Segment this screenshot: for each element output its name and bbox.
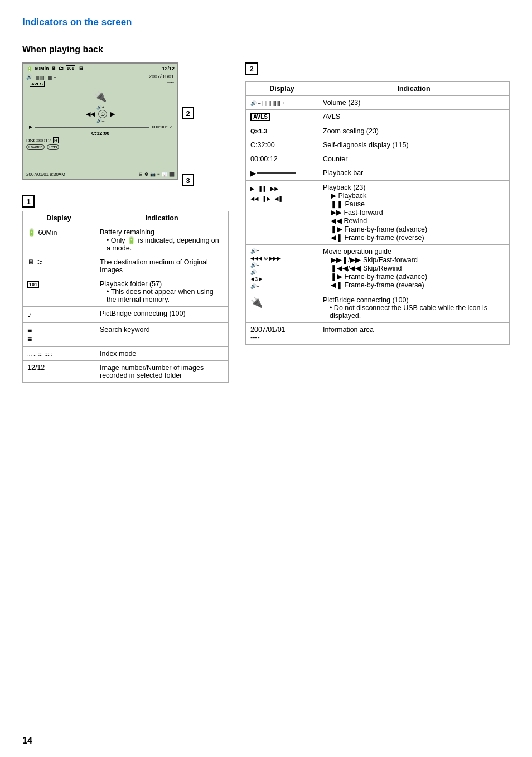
table2-row2-display: AVLS <box>246 110 318 124</box>
bar-visual <box>257 172 296 174</box>
search-sym: ≡≡ <box>27 326 32 344</box>
table2-row8-display: 🔊+ ◀◀◀ ⊙ ▶▶▶ 🔊– 🔊+ ◀⊙▶ 🔊– <box>246 245 318 293</box>
badge-2-overlay: 2 <box>182 107 194 123</box>
page-title: Indicators on the screen <box>22 17 510 28</box>
table2-row4-indication: Self-diagnosis display (115) <box>318 138 510 152</box>
right-column: 2 Display Indication 🔊 – |||||||||||||| … <box>245 62 510 345</box>
table-row: Q×1.3 Zoom scaling (23) <box>246 124 510 138</box>
playback-sub-3: ▶▶ Fast-forward <box>331 208 505 216</box>
table-row: 12/12 Image number/Number of images reco… <box>23 361 229 383</box>
playback-sym: ▶ ❚❚ ▶▶◀◀ ❚▶ ◀❚ <box>250 184 313 204</box>
table1-row7-display: 12/12 <box>23 361 95 383</box>
cam-top-bar: 🔋 60Min 🖥 🗂 101 ⊞ 12/12 <box>23 64 177 73</box>
table1-header-display: Display <box>23 211 95 225</box>
table1-row4-display: ♪ <box>23 307 95 323</box>
table-row: ▶ Playback bar <box>246 166 510 181</box>
num-badge-1: 1 <box>22 195 35 208</box>
table1-row3-display: 101 <box>23 277 95 307</box>
info-date-sym: 2007/01/01 <box>250 326 313 334</box>
table2-row3-indication: Zoom scaling (23) <box>318 124 510 138</box>
table2-row9-display: 🔌 <box>246 293 318 322</box>
playback-sub-4: ◀◀ Rewind <box>331 216 505 225</box>
vol-bar-sym: – |||||||||||||| + <box>32 75 56 80</box>
badge-3-overlay: 3 <box>182 174 194 190</box>
cam-icon-2: ⚙ <box>144 172 148 177</box>
table-row: ▶ ❚❚ ▶▶◀◀ ❚▶ ◀❚ Playback (23) ▶ Playback… <box>246 181 510 245</box>
cam-image-count: 12/12 <box>162 66 175 71</box>
table2-row5-display: 00:00:12 <box>246 152 318 166</box>
table1-row3-indication: Playback folder (57) This does not appea… <box>95 277 229 307</box>
cam-bottom-icons: ⊞ ⚙ 📷 ≡ 📊 ⬛ <box>139 172 175 177</box>
left-column: 🔋 60Min 🖥 🗂 101 ⊞ 12/12 2007/01/01 ---- … <box>22 62 229 383</box>
cam-top-left: 🔋 60Min 🖥 🗂 101 ⊞ <box>26 65 83 71</box>
cam-icon-1: ⊞ <box>139 172 143 177</box>
table-row: ≡≡ Search keyword <box>23 323 229 347</box>
cam-controls-row: ◀◀ ⊙ ▶ <box>86 110 115 118</box>
table1-header-indication: Indication <box>95 211 229 225</box>
num-badge-3-overlay: 3 <box>182 174 194 186</box>
zoom-sym: Q×1.3 <box>250 128 267 134</box>
table1-row2-indication: The destination medium of Original Image… <box>95 255 229 277</box>
table2-row3-display: Q×1.3 <box>246 124 318 138</box>
cam-nav-icon: ⊙ <box>98 110 107 118</box>
table-row: 🔌 PictBridge connecting (100) Do not dis… <box>246 293 510 322</box>
table2-header-indication: Indication <box>318 82 510 96</box>
battery-icon: 🔋 <box>26 66 32 71</box>
table-row: ♪ PictBridge connecting (100) <box>23 307 229 323</box>
table2-row1-indication: Volume (23) <box>318 96 510 110</box>
movie-guide-sym: 🔊+ ◀◀◀ ⊙ ▶▶▶ 🔊– 🔊+ ◀⊙▶ 🔊– <box>250 248 313 290</box>
table-row: 🔊+ ◀◀◀ ⊙ ▶▶▶ 🔊– 🔊+ ◀⊙▶ 🔊– Movie operatio… <box>246 245 510 293</box>
cam-vol-down: 🔊– <box>96 118 104 123</box>
info-dash-sym: ---- <box>250 334 313 341</box>
table1-row4-indication: PictBridge connecting (100) <box>95 307 229 323</box>
cam-icon-3: 📷 <box>150 172 156 177</box>
table2-row10-display: 2007/01/01 ---- <box>246 322 318 344</box>
cam-filename-row: DSC00012 H <box>26 137 175 143</box>
playback-bar-sym: ▶ <box>250 169 313 177</box>
section-heading: When playing back <box>22 45 510 55</box>
cam-tags-row: Favorite Pets <box>26 144 175 150</box>
table1-row1-indication: Battery remaining Only 🔋 is indicated, d… <box>95 225 229 255</box>
playback-sub-2: ❚❚ Pause <box>331 200 505 208</box>
cam-bottom-datetime: 2007/01/01 9:30AM <box>26 172 65 177</box>
cam-date3: ---- <box>149 85 174 90</box>
cam-date2: ---- <box>149 79 174 85</box>
cam-filename: DSC00012 <box>26 138 51 143</box>
table2-row6-display: ▶ <box>246 166 318 181</box>
image-count-sym: 12/12 <box>27 364 45 372</box>
table1-row7-indication: Image number/Number of images recorded i… <box>95 361 229 383</box>
pictbridge-sym: ♪ <box>27 310 32 319</box>
cam-screen-icon: 🖥 <box>51 66 56 71</box>
cam-icon-4: ≡ <box>157 172 160 177</box>
index-sym: ... .. ::: ::::: <box>27 351 52 357</box>
cam-bottom-date: 2007/01/01 <box>26 172 49 177</box>
table-row: 🔊 – |||||||||||||| + Volume (23) <box>246 96 510 110</box>
cam-grid-icons: ⊞ <box>79 66 83 71</box>
speaker-icon: 🔊 <box>26 74 32 80</box>
cam-bottom-time: 9:30AM <box>50 172 65 177</box>
cam-counter: 000:00:12 <box>152 124 172 129</box>
movie-sub-2: ❚◀◀/◀◀ Skip/Rewind <box>331 264 505 272</box>
cam-duration: 60Min <box>35 66 49 71</box>
pictbridge-sym-2: 🔌 <box>250 297 263 308</box>
table2-row2-indication: AVLS <box>318 110 510 124</box>
cam-forward: ▶ <box>110 110 115 118</box>
table-row: ... .. ::: ::::: Index mode <box>23 347 229 361</box>
cam-icon-6: ⬛ <box>169 172 175 177</box>
cam-controls: 🔊+ ◀◀ ⊙ ▶ 🔊– <box>23 105 177 123</box>
battery-sym: 🔋 <box>27 229 36 237</box>
table2-row7-display: ▶ ❚❚ ▶▶◀◀ ❚▶ ◀❚ <box>246 181 318 245</box>
table1-row5-display: ≡≡ <box>23 323 95 347</box>
table1-row1-display: 🔋 60Min <box>23 225 95 255</box>
folder-num-sym: 101 <box>27 281 39 288</box>
badge-1-container: 1 <box>22 195 229 211</box>
table2-header-display: Display <box>246 82 318 96</box>
memory-sym: 🗂 <box>36 258 43 266</box>
play-icon-bar: ▶ <box>250 169 256 177</box>
table-row: 2007/01/01 ---- Information area <box>246 322 510 344</box>
table-row: 🖥 🗂 The destination medium of Original I… <box>23 255 229 277</box>
table2-row8-indication: Movie operation guide ▶▶❚/▶▶ Skip/Fast-f… <box>318 245 510 293</box>
table-1: Display Indication 🔋 60Min Battery remai… <box>22 211 229 383</box>
table-row: C:32:00 Self-diagnosis display (115) <box>246 138 510 152</box>
cam-tag-pets: Pets <box>47 144 59 150</box>
